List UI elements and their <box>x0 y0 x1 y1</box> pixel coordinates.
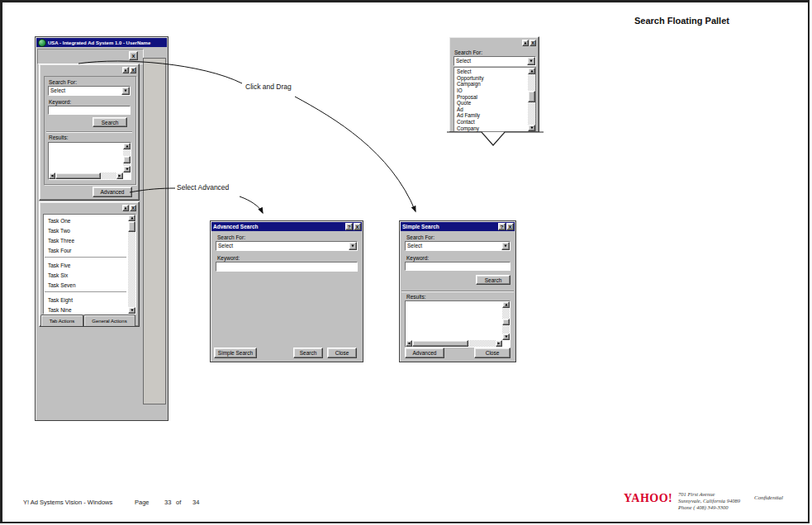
vertical-scrollbar[interactable] <box>128 215 135 314</box>
vertical-scrollbar[interactable] <box>123 143 131 173</box>
scroll-down-button[interactable] <box>502 333 510 340</box>
dialog-titlebar[interactable]: Advanced Search ? X <box>211 222 362 231</box>
palette-close-button[interactable]: X <box>529 40 536 46</box>
scroll-down-button[interactable] <box>528 125 535 131</box>
dropdown-arrow-button[interactable] <box>121 87 130 95</box>
scroll-up-button[interactable] <box>528 68 535 74</box>
horizontal-scrollbar[interactable] <box>49 173 123 179</box>
close-action-button[interactable]: Close <box>474 348 510 358</box>
main-window-titlebar[interactable]: USA - Integrated Ad System 1.0 - UserNam… <box>36 38 167 47</box>
advanced-button[interactable]: Advanced <box>405 348 444 358</box>
task-list-item[interactable]: Task Six <box>44 270 128 280</box>
task-palette-caption[interactable]: X <box>42 204 136 212</box>
dropdown-option[interactable]: Ad Family <box>454 112 528 119</box>
tab-actions-tab[interactable]: Tab Actions <box>40 315 83 326</box>
search-palette-caption[interactable]: X <box>42 66 136 74</box>
task-list-item[interactable]: Task Eight <box>44 295 128 305</box>
palette-collapse-button[interactable] <box>522 40 529 46</box>
search-button[interactable]: Search <box>93 117 127 127</box>
general-actions-tab[interactable]: General Actions <box>83 315 135 326</box>
results-listbox[interactable] <box>405 300 510 348</box>
task-list-item[interactable]: Task Four <box>44 245 128 255</box>
scrollbar-track[interactable] <box>123 149 131 166</box>
dropdown-option[interactable]: Company <box>454 125 528 131</box>
dropdown-option[interactable]: Ad <box>454 106 528 113</box>
scrollbar-thumb[interactable] <box>128 221 135 232</box>
scroll-left-button[interactable] <box>406 340 412 347</box>
horizontal-scrollbar[interactable] <box>406 340 502 347</box>
search-button[interactable]: Search <box>476 275 510 285</box>
vertical-scrollbar[interactable] <box>528 68 535 131</box>
help-button[interactable]: ? <box>345 223 353 230</box>
scrollbar-thumb[interactable] <box>55 173 101 179</box>
scrollbar-track[interactable] <box>528 74 535 125</box>
search-for-dropdown[interactable]: Select <box>405 241 510 251</box>
keyword-input[interactable] <box>216 262 358 272</box>
task-listbox[interactable]: Task One Task Two Task Three Task Four T… <box>43 214 136 315</box>
task-list-item[interactable]: Task Two <box>44 225 128 235</box>
scrollbar-track[interactable] <box>55 173 116 179</box>
scrollbar-track[interactable] <box>412 340 496 347</box>
search-for-dropdown[interactable]: Select <box>453 56 536 66</box>
dropdown-open-list[interactable]: Select Opportunity Campaign IO Proposal … <box>453 67 536 132</box>
dropdown-option[interactable]: Proposal <box>454 93 528 100</box>
help-button[interactable]: ? <box>498 223 506 230</box>
results-label: Results: <box>49 135 68 140</box>
palette-close-button[interactable]: X <box>130 205 136 211</box>
scroll-right-icon <box>118 174 121 177</box>
dropdown-arrow-button[interactable] <box>501 242 510 250</box>
dropdown-option[interactable]: Select <box>454 69 528 75</box>
vertical-scrollbar[interactable] <box>502 301 510 340</box>
scroll-right-button[interactable] <box>496 340 502 347</box>
scrollbar-thumb[interactable] <box>528 91 535 102</box>
dropdown-arrow-button[interactable] <box>349 242 357 250</box>
dialog-titlebar[interactable]: Simple Search ? X <box>401 222 515 231</box>
task-list-item[interactable]: Task Five <box>44 260 128 270</box>
search-for-dropdown[interactable]: Select <box>216 241 358 251</box>
scroll-down-button[interactable] <box>128 307 135 314</box>
scroll-right-button[interactable] <box>116 173 123 179</box>
click-and-drag-annotation: Click and Drag <box>245 83 292 91</box>
scrollbar-track[interactable] <box>128 221 135 307</box>
simple-search-button[interactable]: Simple Search <box>214 348 257 358</box>
keyword-input[interactable] <box>48 106 131 115</box>
close-action-button[interactable]: Close <box>327 348 357 358</box>
dropdown-option[interactable]: Contact <box>454 119 528 125</box>
close-button[interactable]: X <box>506 223 514 230</box>
scroll-up-icon <box>505 303 507 305</box>
search-for-dropdown[interactable]: Select <box>48 86 131 96</box>
scrollbar-thumb[interactable] <box>412 340 468 347</box>
advanced-button[interactable]: Advanced <box>93 187 132 197</box>
floating-palette-caption[interactable]: X <box>452 39 536 47</box>
palette-close-button[interactable]: X <box>130 67 136 73</box>
dropdown-option[interactable]: Opportunity <box>454 75 528 82</box>
keyword-input[interactable] <box>405 262 510 271</box>
select-advanced-annotation: Select Advanced <box>177 183 229 192</box>
close-button[interactable]: X <box>354 223 361 230</box>
scrollbar-track[interactable] <box>502 308 510 333</box>
results-listbox[interactable] <box>48 142 131 180</box>
scrollbar-thumb[interactable] <box>502 319 510 325</box>
task-list-item[interactable]: Task Seven <box>44 280 128 290</box>
divider <box>401 291 514 292</box>
scrollbar-thumb[interactable] <box>123 156 131 163</box>
dropdown-arrow-button[interactable] <box>527 57 535 65</box>
pane-close-button[interactable]: X <box>129 51 138 60</box>
task-list-item[interactable]: Task One <box>44 215 128 225</box>
palette-collapse-button[interactable] <box>122 205 129 211</box>
scroll-up-button[interactable] <box>123 143 131 149</box>
scroll-left-button[interactable] <box>49 173 55 179</box>
task-list-item[interactable]: Task Nine <box>44 305 128 315</box>
scroll-up-button[interactable] <box>128 215 135 221</box>
search-button[interactable]: Search <box>293 348 323 358</box>
palette-collapse-button[interactable] <box>122 67 129 73</box>
scroll-down-icon <box>505 335 507 338</box>
dropdown-option[interactable]: Campaign <box>454 81 528 88</box>
dropdown-value: Select <box>49 87 121 95</box>
task-list-item[interactable]: Task Three <box>44 235 128 245</box>
scroll-up-button[interactable] <box>502 301 510 308</box>
dropdown-option[interactable]: IO <box>454 88 528 94</box>
scroll-down-button[interactable] <box>123 166 131 173</box>
dropdown-option[interactable]: Quote <box>454 100 528 106</box>
scroll-down-icon <box>131 309 133 311</box>
